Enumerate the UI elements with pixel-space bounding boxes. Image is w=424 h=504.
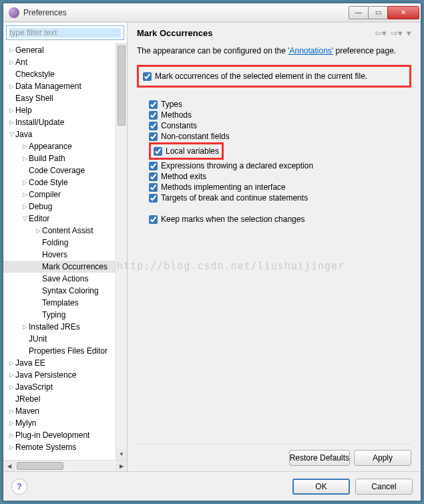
- tree-node-javascript[interactable]: ▷JavaScript: [3, 381, 127, 393]
- tree-node-save-actions[interactable]: ▷Save Actions: [3, 273, 127, 285]
- option-types[interactable]: Types: [149, 100, 411, 109]
- tree-node-typing[interactable]: ▷Typing: [3, 309, 127, 321]
- help-button[interactable]: ?: [11, 479, 27, 495]
- expand-icon[interactable]: ▷: [7, 384, 15, 390]
- option-targets-of-break-and-continue-statements[interactable]: Targets of break and continue statements: [149, 193, 411, 203]
- options-group: TypesMethodsConstantsNon-constant fields…: [149, 98, 411, 204]
- expand-icon[interactable]: ▷: [21, 191, 29, 198]
- tree-node-java-ee[interactable]: ▷Java EE: [3, 357, 127, 369]
- expand-icon[interactable]: ▷: [7, 408, 15, 414]
- hscroll-thumb[interactable]: [17, 462, 63, 470]
- tree-node-syntax-coloring[interactable]: ▷Syntax Coloring: [3, 285, 127, 297]
- tree-node-appearance[interactable]: ▷Appearance: [3, 140, 127, 152]
- expand-icon[interactable]: ▷: [7, 432, 15, 438]
- master-checkbox[interactable]: Mark occurrences of the selected element…: [143, 72, 405, 81]
- tree-node-build-path[interactable]: ▷Build Path: [3, 152, 127, 164]
- tree-node-mark-occurrences[interactable]: ▷Mark Occurrences: [3, 261, 127, 273]
- expand-icon[interactable]: ▷: [7, 83, 15, 90]
- preferences-window: Preferences — ▭ ✕ ▷General▷Ant▷Checkstyl…: [3, 3, 421, 501]
- close-button[interactable]: ✕: [387, 6, 419, 19]
- tree-node-general[interactable]: ▷General: [3, 44, 127, 56]
- main-panel: Mark Occurrences ⇦▾ ⇨▾ ▾ The appearance …: [128, 23, 421, 471]
- tree-node-code-coverage[interactable]: ▷Code Coverage: [3, 164, 127, 176]
- annotations-link[interactable]: 'Annotations': [288, 46, 333, 55]
- tree-node-remote-systems[interactable]: ▷Remote Systems: [3, 441, 127, 453]
- tree-node-properties-files-editor[interactable]: ▷Properties Files Editor: [3, 345, 127, 357]
- tree-node-help[interactable]: ▷Help: [3, 104, 127, 116]
- tree-node-data-management[interactable]: ▷Data Management: [3, 80, 127, 92]
- titlebar[interactable]: Preferences — ▭ ✕: [3, 3, 421, 22]
- filter-input[interactable]: [9, 28, 121, 37]
- expand-icon[interactable]: ▷: [21, 324, 29, 330]
- ok-button[interactable]: OK: [292, 479, 350, 495]
- vertical-scrollbar[interactable]: ▲ ▼: [116, 43, 127, 460]
- scroll-thumb[interactable]: [118, 45, 126, 126]
- expand-icon[interactable]: ▽: [7, 131, 15, 138]
- tree-node-jrebel[interactable]: ▷JRebel: [3, 393, 127, 405]
- forward-icon[interactable]: ⇨▾: [391, 28, 403, 38]
- tree-node-junit[interactable]: ▷JUnit: [3, 333, 127, 345]
- expand-icon[interactable]: ▷: [7, 420, 15, 426]
- option-methods-implementing-an-interface[interactable]: Methods implementing an interface: [149, 182, 411, 192]
- scroll-right-icon[interactable]: ▶: [116, 461, 127, 471]
- back-icon[interactable]: ⇦▾: [375, 28, 387, 38]
- horizontal-scrollbar[interactable]: ◀ ▶: [3, 460, 127, 471]
- tree-node-install-update[interactable]: ▷Install/Update: [3, 116, 127, 128]
- option-non-constant-fields[interactable]: Non-constant fields: [149, 132, 411, 141]
- tree-node-templates[interactable]: ▷Templates: [3, 297, 127, 309]
- tree-node-content-assist[interactable]: ▷Content Assist: [3, 225, 127, 237]
- expand-icon[interactable]: ▷: [21, 155, 29, 162]
- expand-icon[interactable]: ▽: [21, 215, 29, 222]
- expand-icon[interactable]: ▷: [21, 179, 29, 186]
- tree-node-code-style[interactable]: ▷Code Style: [3, 176, 127, 188]
- maximize-button[interactable]: ▭: [368, 6, 388, 19]
- tree-node-mylyn[interactable]: ▷Mylyn: [3, 417, 127, 429]
- tree-node-folding[interactable]: ▷Folding: [3, 237, 127, 249]
- expand-icon[interactable]: ▷: [7, 119, 15, 126]
- preferences-tree[interactable]: ▷General▷Ant▷Checkstyle▷Data Management▷…: [3, 43, 127, 460]
- app-icon: [9, 7, 19, 18]
- expand-icon[interactable]: ▷: [34, 227, 42, 234]
- sidebar: ▷General▷Ant▷Checkstyle▷Data Management▷…: [3, 23, 128, 471]
- scroll-left-icon[interactable]: ◀: [3, 461, 15, 471]
- menu-icon[interactable]: ▾: [407, 28, 411, 38]
- filter-box[interactable]: [6, 25, 124, 40]
- scroll-down-icon[interactable]: ▼: [116, 449, 127, 460]
- tree-node-debug[interactable]: ▷Debug: [3, 201, 127, 213]
- tree-node-compiler[interactable]: ▷Compiler: [3, 188, 127, 201]
- cancel-button[interactable]: Cancel: [355, 479, 413, 495]
- expand-icon[interactable]: ▷: [21, 203, 29, 210]
- tree-node-maven[interactable]: ▷Maven: [3, 405, 127, 417]
- tree-node-installed-jres[interactable]: ▷Installed JREs: [3, 321, 127, 333]
- tree-node-ant[interactable]: ▷Ant: [3, 56, 127, 68]
- expand-icon[interactable]: ▷: [7, 47, 15, 53]
- footer: ? OK Cancel: [3, 471, 421, 501]
- restore-defaults-button[interactable]: Restore Defaults: [289, 450, 350, 466]
- expand-icon[interactable]: ▷: [7, 59, 15, 66]
- option-constants[interactable]: Constants: [149, 121, 411, 130]
- apply-button[interactable]: Apply: [354, 450, 411, 466]
- option-expressions-throwing-a-declared-exception[interactable]: Expressions throwing a declared exceptio…: [149, 161, 411, 170]
- expand-icon[interactable]: ▷: [7, 444, 15, 451]
- nav-buttons: ⇦▾ ⇨▾ ▾: [375, 28, 411, 38]
- expand-icon[interactable]: ▷: [7, 360, 15, 366]
- tree-node-checkstyle[interactable]: ▷Checkstyle: [3, 68, 127, 80]
- highlight-local-variables: Local variables: [149, 142, 224, 160]
- tree-node-editor[interactable]: ▽Editor: [3, 213, 127, 225]
- expand-icon[interactable]: ▷: [21, 143, 29, 150]
- option-local-variables[interactable]: Local variables: [154, 146, 219, 156]
- tree-node-hovers[interactable]: ▷Hovers: [3, 249, 127, 261]
- minimize-button[interactable]: —: [349, 6, 369, 19]
- expand-icon[interactable]: ▷: [7, 372, 15, 378]
- tree-node-java[interactable]: ▽Java: [3, 128, 127, 140]
- expand-icon[interactable]: ▷: [7, 107, 15, 114]
- description: The appearance can be configured on the …: [137, 46, 411, 55]
- page-title: Mark Occurrences: [137, 28, 375, 38]
- keep-marks-checkbox[interactable]: Keep marks when the selection changes: [149, 215, 411, 224]
- option-methods[interactable]: Methods: [149, 110, 411, 120]
- tree-node-java-persistence[interactable]: ▷Java Persistence: [3, 369, 127, 381]
- tree-node-easy-shell[interactable]: ▷Easy Shell: [3, 92, 127, 104]
- option-method-exits[interactable]: Method exits: [149, 172, 411, 181]
- tree-node-plug-in-development[interactable]: ▷Plug-in Development: [3, 429, 127, 441]
- highlight-master: Mark occurrences of the selected element…: [137, 65, 411, 88]
